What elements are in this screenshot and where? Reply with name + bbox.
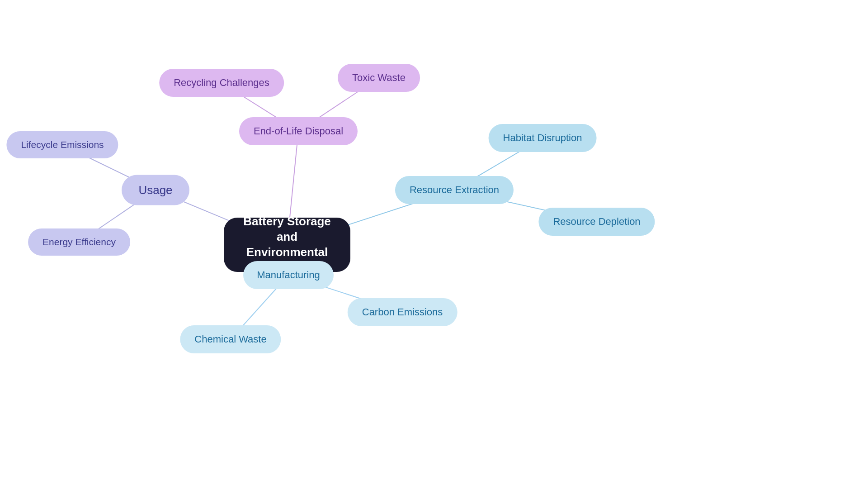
mind-map-container: Battery Storage and Environmental Assess… bbox=[0, 0, 868, 490]
connections-svg bbox=[0, 0, 868, 490]
node-chemical-waste[interactable]: Chemical Waste bbox=[180, 325, 281, 353]
node-resource-extraction[interactable]: Resource Extraction bbox=[395, 176, 514, 204]
node-habitat-disruption[interactable]: Habitat Disruption bbox=[489, 124, 597, 152]
node-end-of-life[interactable]: End-of-Life Disposal bbox=[239, 117, 358, 145]
node-toxic-waste[interactable]: Toxic Waste bbox=[338, 64, 420, 92]
node-recycling-challenges[interactable]: Recycling Challenges bbox=[159, 69, 284, 97]
node-lifecycle-emissions[interactable]: Lifecycle Emissions bbox=[6, 131, 118, 158]
node-manufacturing[interactable]: Manufacturing bbox=[243, 261, 334, 289]
node-energy-efficiency[interactable]: Energy Efficiency bbox=[28, 228, 130, 256]
node-usage[interactable]: Usage bbox=[122, 175, 189, 205]
node-resource-depletion[interactable]: Resource Depletion bbox=[538, 208, 655, 236]
node-carbon-emissions[interactable]: Carbon Emissions bbox=[348, 298, 458, 326]
